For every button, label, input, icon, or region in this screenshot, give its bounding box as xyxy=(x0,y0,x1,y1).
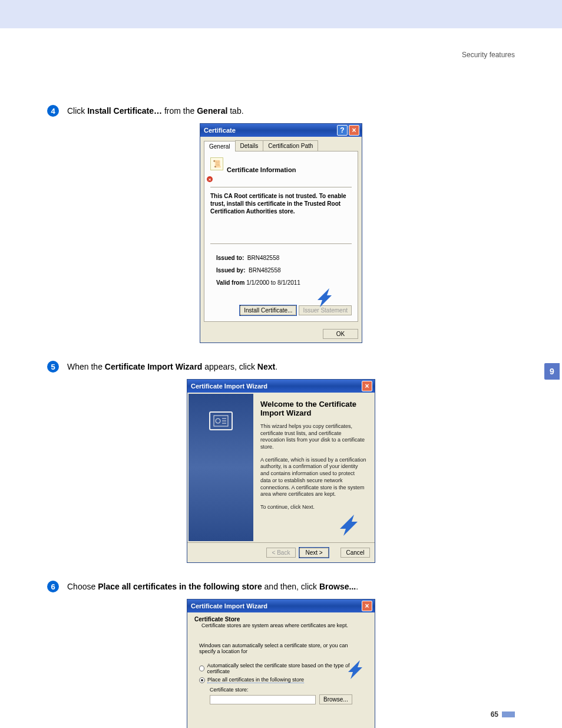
step-4: 4 Click Install Certificate… from the Ge… xyxy=(47,105,515,117)
install-certificate-button[interactable]: Install Certificate... xyxy=(240,305,296,315)
page-content: 4 Click Install Certificate… from the Ge… xyxy=(0,28,562,728)
titlebar: Certificate Import Wizard × xyxy=(187,380,375,393)
tab-details[interactable]: Details xyxy=(235,140,264,151)
t: tab. xyxy=(227,106,243,116)
t: . xyxy=(275,362,277,371)
radio-place-all-label: Place all certificates in the following … xyxy=(207,677,304,683)
t: General xyxy=(197,106,227,116)
t: from the xyxy=(162,106,197,116)
wizard-store-dialog: Certificate Import Wizard × Certificate … xyxy=(187,599,375,728)
cert-info-heading: Certificate Information xyxy=(227,166,296,173)
error-badge-icon: × xyxy=(207,176,213,182)
tabs: General Details Certification Path xyxy=(200,137,362,151)
t: Place all certificates in the following … xyxy=(98,582,262,591)
next-button[interactable]: Next > xyxy=(299,548,329,558)
certificate-dialog: Certificate ? × General Details Certific… xyxy=(200,123,362,343)
trust-message: This CA Root certificate is not trusted.… xyxy=(210,192,352,215)
close-icon[interactable]: × xyxy=(362,381,372,391)
wizard-step-subheader: Certificate stores are system areas wher… xyxy=(194,622,368,628)
certificate-icon: 📜 xyxy=(210,157,223,170)
store-label: Certificate store: xyxy=(210,687,363,693)
radio-icon xyxy=(199,666,204,671)
step-6-text: Choose Place all certificates in the fol… xyxy=(67,581,358,593)
wizard-p1: This wizard helps you copy certificates,… xyxy=(260,423,366,451)
dialog-title: Certificate xyxy=(204,127,236,134)
tab-general[interactable]: General xyxy=(204,141,236,151)
page-number: 65 xyxy=(491,710,515,719)
chapter-tab: 9 xyxy=(544,363,560,380)
step-5: 5 When the Certificate Import Wizard app… xyxy=(47,361,515,373)
page-decoration-icon xyxy=(502,711,515,717)
radio-icon xyxy=(199,677,205,683)
step-6: 6 Choose Place all certificates in the f… xyxy=(47,581,515,593)
ok-button[interactable]: OK xyxy=(323,329,358,339)
titlebar: Certificate Import Wizard × xyxy=(187,599,375,612)
svg-point-2 xyxy=(216,419,220,423)
step-5-text: When the Certificate Import Wizard appea… xyxy=(67,361,277,373)
t: and then, click xyxy=(262,582,319,591)
close-icon[interactable]: × xyxy=(362,601,372,611)
t: Certificate Import Wizard xyxy=(105,362,203,371)
top-band xyxy=(0,0,562,28)
tab-certpath[interactable]: Certification Path xyxy=(263,140,318,151)
radio-place-all[interactable]: Place all certificates in the following … xyxy=(199,677,363,683)
cancel-button[interactable]: Cancel xyxy=(340,548,370,558)
radio-auto[interactable]: Automatically select the certificate sto… xyxy=(199,663,363,674)
issued-to-value: BRN482558 xyxy=(247,255,279,261)
certificate-store-input[interactable] xyxy=(210,695,316,704)
step-6-badge: 6 xyxy=(47,581,59,592)
wizard-welcome-dialog: Certificate Import Wizard × Welcome to t… xyxy=(187,379,375,563)
page-number-text: 65 xyxy=(491,710,498,719)
wizard-sidebar xyxy=(189,394,253,541)
radio-auto-label: Automatically select the certificate sto… xyxy=(207,663,363,674)
t: When the xyxy=(67,362,105,371)
wizard-p2: A certificate, which is issued by a cert… xyxy=(260,457,366,498)
t: Browse... xyxy=(319,582,356,591)
dialog-title: Certificate Import Wizard xyxy=(191,383,267,390)
wizard-welcome-title: Welcome to the Certificate Import Wizard xyxy=(260,400,366,417)
step-4-badge: 4 xyxy=(47,105,59,117)
t: Next xyxy=(257,362,275,371)
issued-to-label: Issued to: xyxy=(216,255,244,261)
issued-by-label: Issued by: xyxy=(216,267,245,274)
certificate-graphic-icon xyxy=(209,411,233,430)
back-button: < Back xyxy=(266,548,296,558)
tab-body: 📜 × Certificate Information This CA Root… xyxy=(204,151,358,322)
t: Click xyxy=(67,106,87,116)
wizard-p3: To continue, click Next. xyxy=(260,504,366,511)
valid-value: 1/1/2000 to 8/1/2011 xyxy=(246,279,300,286)
step-5-badge: 5 xyxy=(47,361,59,373)
wizard-step-header: Certificate Store xyxy=(194,616,368,622)
t: Choose xyxy=(67,582,98,591)
issued-by-value: BRN482558 xyxy=(249,267,280,274)
t: appears, click xyxy=(202,362,257,371)
t: Install Certificate… xyxy=(87,106,162,116)
wizard-intro: Windows can automatically select a certi… xyxy=(199,643,363,654)
browse-button[interactable]: Browse... xyxy=(319,694,352,704)
issuer-statement-button: Issuer Statement xyxy=(299,305,352,315)
valid-label: Valid from xyxy=(216,279,244,286)
help-icon[interactable]: ? xyxy=(337,125,348,136)
dialog-title: Certificate Import Wizard xyxy=(191,602,267,610)
section-title: Security features xyxy=(462,51,515,59)
titlebar: Certificate ? × xyxy=(200,124,362,137)
t: . xyxy=(356,582,358,591)
step-4-text: Click Install Certificate… from the Gene… xyxy=(67,105,244,117)
close-icon[interactable]: × xyxy=(349,125,359,136)
